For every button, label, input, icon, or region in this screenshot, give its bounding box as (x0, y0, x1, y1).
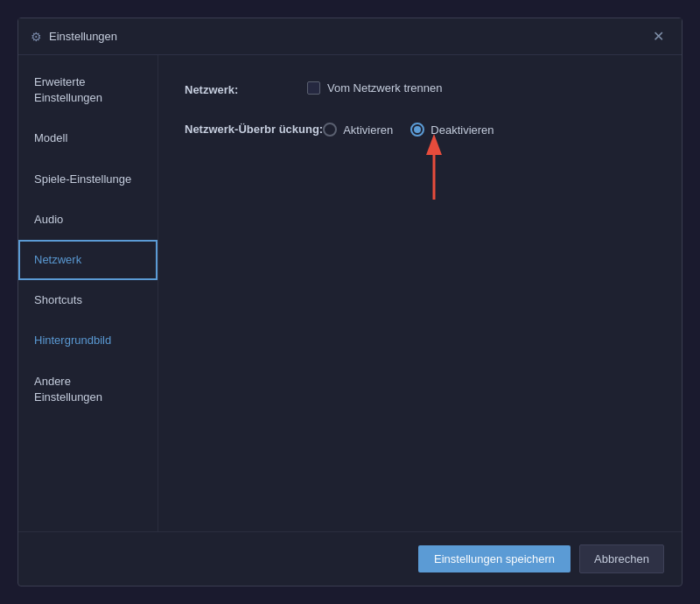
netzwerk-row: Netzwerk: Vom Netzwerk trennen (185, 81, 655, 96)
sidebar-item-netzwerk[interactable]: Netzwerk (18, 240, 158, 280)
checkbox-label: Vom Netzwerk trennen (327, 81, 443, 95)
sidebar-item-audio[interactable]: Audio (18, 200, 158, 240)
dialog-footer: Einstellungen speichern Abbrechen (18, 531, 682, 586)
uebertragung-label: Netzwerk-Überbr ückung: (185, 121, 323, 136)
radio-aktivieren[interactable]: Aktivieren (323, 123, 393, 137)
settings-icon: ⚙ (31, 30, 42, 44)
uebertragung-controls: Aktivieren Deaktivieren (323, 121, 494, 137)
radio-inner-deaktivieren (414, 126, 421, 133)
save-button[interactable]: Einstellungen speichern (418, 545, 570, 572)
radio-outer-deaktivieren (410, 123, 424, 137)
sidebar-item-spiele[interactable]: Spiele-Einstellunge (18, 159, 158, 200)
title-bar: ⚙ Einstellungen ✕ (18, 18, 682, 55)
checkbox-box (307, 81, 320, 95)
netzwerk-controls: Vom Netzwerk trennen (307, 81, 443, 95)
sidebar: Erweiterte Einstellungen Modell Spiele-E… (18, 55, 158, 531)
radio-label-deaktivieren: Deaktivieren (430, 123, 494, 137)
sidebar-item-shortcuts[interactable]: Shortcuts (18, 280, 158, 320)
close-button[interactable]: ✕ (648, 28, 669, 46)
radio-group: Aktivieren Deaktivieren (323, 123, 494, 137)
sidebar-item-andere[interactable]: Andere Einstellungen (18, 362, 158, 418)
sidebar-item-erweiterte[interactable]: Erweiterte Einstellungen (18, 62, 158, 118)
cancel-button[interactable]: Abbrechen (579, 544, 664, 573)
sidebar-item-hintergrundbild[interactable]: Hintergrundbild (18, 320, 158, 361)
radio-outer-aktivieren (323, 123, 337, 137)
dialog-body: Erweiterte Einstellungen Modell Spiele-E… (18, 55, 682, 531)
radio-deaktivieren[interactable]: Deaktivieren (410, 123, 494, 137)
radio-label-aktivieren: Aktivieren (343, 123, 393, 137)
content-area: Netzwerk: Vom Netzwerk trennen Netzwerk-… (158, 55, 682, 531)
dialog-title: Einstellungen (49, 30, 648, 43)
netzwerk-label: Netzwerk: (185, 81, 307, 96)
sidebar-item-modell[interactable]: Modell (18, 118, 158, 158)
vom-netzwerk-checkbox[interactable]: Vom Netzwerk trennen (307, 81, 443, 95)
arrow-annotation (412, 134, 456, 207)
uebertragung-row: Netzwerk-Überbr ückung: Aktivieren Deakt… (185, 121, 655, 137)
settings-dialog: ⚙ Einstellungen ✕ Erweiterte Einstellung… (18, 18, 682, 586)
